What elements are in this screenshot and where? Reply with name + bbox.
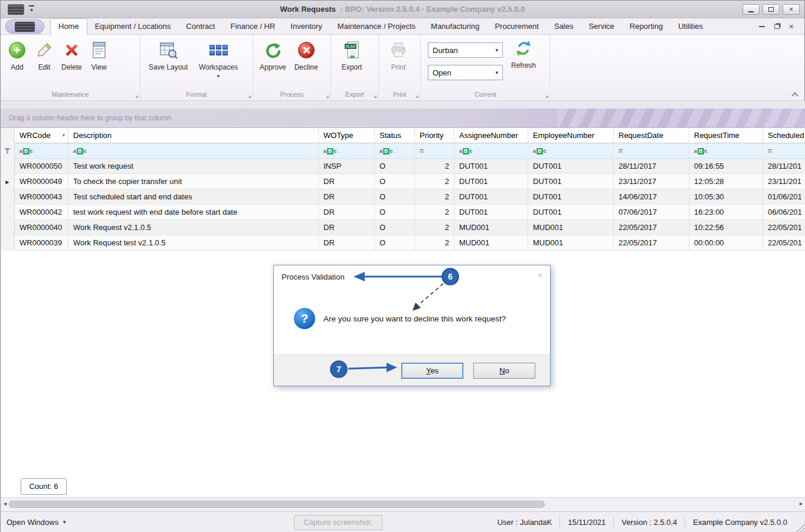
cell-employee[interactable]: DUT001 bbox=[528, 205, 614, 220]
cell-priority[interactable]: 2 bbox=[415, 205, 454, 220]
cell-wrcode[interactable]: WR0000040 bbox=[15, 220, 68, 235]
horizontal-scrollbar[interactable]: ◄ ► bbox=[1, 497, 805, 511]
cell-scheduled[interactable]: 28/11/201 bbox=[763, 159, 805, 174]
cell-priority[interactable]: 2 bbox=[415, 174, 454, 189]
grid-row-WR0000043[interactable]: WR0000043Test scheduled start and end da… bbox=[1, 189, 805, 205]
column-header-requestdate[interactable]: RequestDate bbox=[614, 128, 689, 143]
tab-maintenance-projects[interactable]: Maintenance / Projects bbox=[330, 19, 423, 34]
group-dialog-launcher-icon[interactable] bbox=[326, 95, 329, 98]
column-header-priority[interactable]: Priority bbox=[415, 128, 454, 143]
cell-status[interactable]: O bbox=[375, 174, 415, 189]
save-layout-button[interactable]: Save Layout bbox=[144, 38, 192, 74]
group-by-band[interactable]: Drag a column header here to group by th… bbox=[1, 109, 805, 128]
yes-button[interactable]: Yes bbox=[401, 363, 463, 379]
group-dialog-launcher-icon[interactable] bbox=[248, 95, 251, 98]
cell-requesttime[interactable]: 16:23:00 bbox=[689, 205, 763, 220]
cell-requesttime[interactable]: 10:05:30 bbox=[689, 189, 763, 205]
cell-status[interactable]: O bbox=[375, 205, 415, 220]
workspaces-dropdown-icon[interactable]: ▾ bbox=[217, 73, 220, 79]
tab-utilities[interactable]: Utilities bbox=[670, 19, 711, 34]
cell-priority[interactable]: 2 bbox=[415, 189, 454, 205]
cell-scheduled[interactable]: 22/05/201 bbox=[763, 220, 805, 235]
cell-wrcode[interactable]: WR0000049 bbox=[15, 174, 68, 189]
tab-manufacturing[interactable]: Manufacturing bbox=[423, 19, 487, 34]
cell-employee[interactable]: DUT001 bbox=[528, 174, 614, 189]
cell-priority[interactable]: 2 bbox=[415, 159, 454, 174]
cell-assignee[interactable]: DUT001 bbox=[454, 174, 528, 189]
cell-description[interactable]: test work request with end date before s… bbox=[68, 205, 319, 220]
cell-wrcode[interactable]: WR0000050 bbox=[15, 159, 68, 174]
group-dialog-launcher-icon[interactable] bbox=[135, 95, 138, 98]
column-header-employee[interactable]: EmployeeNumber bbox=[528, 128, 614, 143]
filter-cell-wrcode[interactable]: aBc bbox=[15, 143, 68, 159]
open-windows-menu[interactable]: Open Windows ▼ bbox=[1, 518, 67, 527]
no-button[interactable]: No bbox=[473, 363, 535, 379]
column-header-status[interactable]: Status bbox=[375, 128, 415, 143]
group-dialog-launcher-icon[interactable] bbox=[374, 95, 377, 98]
cell-employee[interactable]: DUT001 bbox=[528, 189, 614, 205]
tab-procurement[interactable]: Procurement bbox=[487, 19, 546, 34]
cell-assignee[interactable]: MUD001 bbox=[454, 235, 528, 251]
cell-requesttime[interactable]: 12:05:28 bbox=[689, 174, 763, 189]
grid-row-WR0000042[interactable]: WR0000042test work request with end date… bbox=[1, 205, 805, 220]
cell-requestdate[interactable]: 23/11/2017 bbox=[614, 174, 689, 189]
tab-home[interactable]: Home bbox=[50, 18, 87, 35]
cell-wotype[interactable]: INSP bbox=[319, 159, 375, 174]
cell-status[interactable]: O bbox=[375, 220, 415, 235]
status-select[interactable]: Open ▾ bbox=[428, 65, 503, 80]
filter-cell-assignee[interactable]: aBc bbox=[454, 143, 528, 159]
tab-finance-hr[interactable]: Finance / HR bbox=[222, 19, 283, 34]
cell-priority[interactable]: 2 bbox=[415, 220, 454, 235]
grid-row-WR0000040[interactable]: WR0000040Work Request v2.1.0.5DRO2MUD001… bbox=[1, 220, 805, 235]
cell-scheduled[interactable]: 22/05/201 bbox=[763, 235, 805, 251]
group-dialog-launcher-icon[interactable] bbox=[415, 95, 418, 98]
group-dialog-launcher-icon[interactable] bbox=[545, 95, 548, 98]
refresh-button[interactable]: Refresh bbox=[508, 36, 539, 72]
tab-service[interactable]: Service bbox=[581, 19, 621, 34]
cell-wotype[interactable]: DR bbox=[319, 235, 375, 251]
column-header-requesttime[interactable]: RequestTime bbox=[689, 128, 763, 143]
workspaces-button[interactable]: Workspaces ▾ bbox=[194, 38, 243, 81]
cell-requesttime[interactable]: 00:00:00 bbox=[689, 235, 763, 251]
cell-assignee[interactable]: DUT001 bbox=[454, 189, 528, 205]
cell-requesttime[interactable]: 10:22:56 bbox=[689, 220, 763, 235]
cell-description[interactable]: Test work request bbox=[68, 159, 319, 174]
tab-inventory[interactable]: Inventory bbox=[283, 19, 329, 34]
cell-wotype[interactable]: DR bbox=[319, 189, 375, 205]
capture-screenshot-button[interactable]: Capture screenshot. bbox=[294, 515, 382, 530]
filter-cell-description[interactable]: aBc bbox=[68, 143, 319, 159]
cell-wotype[interactable]: DR bbox=[319, 205, 375, 220]
filter-cell-requesttime[interactable]: aBc bbox=[689, 143, 763, 159]
grid-row-WR0000049[interactable]: ►WR0000049To check the copier transfer u… bbox=[1, 174, 805, 189]
cell-assignee[interactable]: DUT001 bbox=[454, 205, 528, 220]
cell-status[interactable]: O bbox=[375, 159, 415, 174]
cell-requestdate[interactable]: 07/06/2017 bbox=[614, 205, 689, 220]
edit-button[interactable]: Edit bbox=[31, 38, 57, 74]
column-header-wrcode[interactable]: WRCode▾ bbox=[15, 128, 68, 143]
filter-cell-scheduled[interactable]: = bbox=[763, 143, 805, 159]
cell-requesttime[interactable]: 09:16:55 bbox=[689, 159, 763, 174]
column-header-description[interactable]: Description bbox=[68, 128, 319, 143]
cell-description[interactable]: To check the copier transfer unit bbox=[68, 174, 319, 189]
cell-description[interactable]: Work Request test v2.1.0.5 bbox=[68, 235, 319, 251]
status-select-dropdown-icon[interactable]: ▾ bbox=[493, 70, 500, 75]
add-button[interactable]: + Add bbox=[4, 38, 30, 74]
cell-description[interactable]: Test scheduled start and end dates bbox=[68, 189, 319, 205]
cell-wrcode[interactable]: WR0000042 bbox=[15, 205, 68, 220]
grid-row-WR0000050[interactable]: WR0000050Test work requestINSPO2DUT001DU… bbox=[1, 159, 805, 174]
view-button[interactable]: View bbox=[86, 38, 112, 74]
cell-wrcode[interactable]: WR0000039 bbox=[15, 235, 68, 251]
cell-wrcode[interactable]: WR0000043 bbox=[15, 189, 68, 205]
cell-priority[interactable]: 2 bbox=[415, 235, 454, 251]
cell-requestdate[interactable]: 22/05/2017 bbox=[614, 220, 689, 235]
cell-scheduled[interactable]: 06/06/201 bbox=[763, 205, 805, 220]
column-header-wotype[interactable]: WOType bbox=[319, 128, 375, 143]
cell-status[interactable]: O bbox=[375, 235, 415, 251]
dialog-close-icon[interactable]: × bbox=[538, 271, 543, 280]
minimize-button[interactable] bbox=[742, 4, 760, 15]
cell-assignee[interactable]: MUD001 bbox=[454, 220, 528, 235]
scrollbar-thumb[interactable] bbox=[9, 501, 545, 508]
filter-cell-wotype[interactable]: aBc bbox=[319, 143, 375, 159]
cell-description[interactable]: Work Request v2.1.0.5 bbox=[68, 220, 319, 235]
cell-assignee[interactable]: DUT001 bbox=[454, 159, 528, 174]
